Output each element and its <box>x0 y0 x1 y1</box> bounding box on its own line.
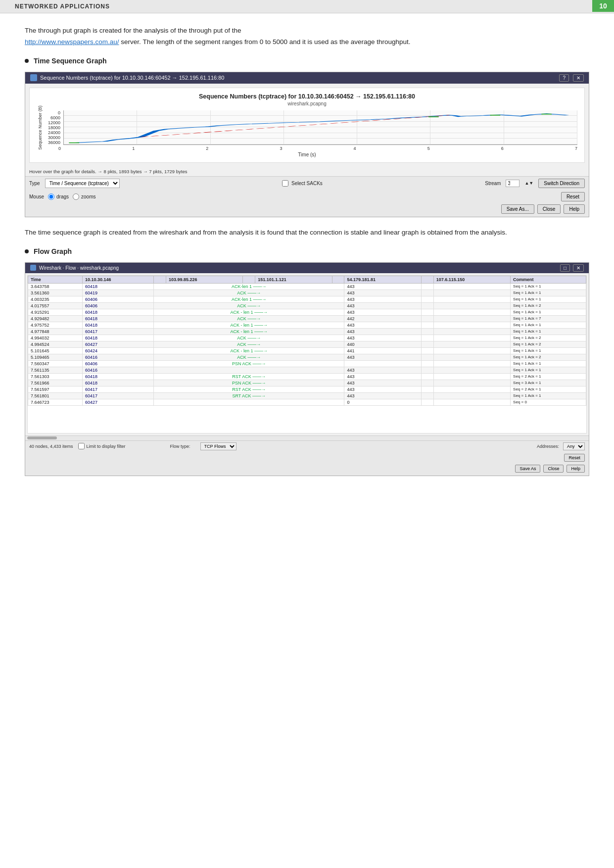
cell-src: 60427 <box>82 399 153 405</box>
cell-time: 7.561303 <box>28 373 83 380</box>
close-btn[interactable]: Close <box>537 204 561 214</box>
cell-arrow: RST ACK ——→ <box>154 386 344 392</box>
col-sep2 <box>243 276 255 283</box>
table-row: 7.561966 60418 PSN ACK ——→ 443 Seq = 3 A… <box>28 380 586 386</box>
col-host4: 54.179.181.81 <box>344 276 421 283</box>
table-row: 4.977848 60417 ACK - len 1 ——→ 443 Seq =… <box>28 328 586 335</box>
y-axis-labels: 36000 30000 24000 18000 12000 6000 0 <box>44 110 63 145</box>
cell-arrow: ACK ——→ <box>154 289 344 296</box>
addresses-label: Addresses: <box>537 444 559 449</box>
cell-dst: 443 <box>344 283 421 289</box>
cell-time: 4.929482 <box>28 315 83 322</box>
cell-comment: Seq = 3 Ack = 1 <box>511 380 586 386</box>
addresses-select[interactable]: Any <box>563 442 585 450</box>
cell-host5 <box>433 341 510 347</box>
cell-time: 4.017557 <box>28 302 83 309</box>
switch-direction-btn[interactable]: Switch Direction <box>538 179 585 188</box>
cell-host5 <box>433 373 510 380</box>
cell-comment: Seq = 1 Ack = 1 <box>511 360 586 367</box>
table-row: 7.646723 60427 0 Seq = 0 <box>28 399 586 405</box>
flow-titlebar: Wireshark · Flow · wireshark.pcapng □ ✕ <box>25 263 589 273</box>
section1-heading: Time Sequence Graph <box>25 57 589 65</box>
stream-input[interactable] <box>506 180 520 187</box>
chart-plot[interactable] <box>63 110 577 145</box>
bullet-icon-2 <box>25 249 29 253</box>
cell-arrow: ACK-len 1 ——→ <box>154 296 344 302</box>
flow-help-btn[interactable]: Help <box>567 465 585 473</box>
type-select[interactable]: Time / Sequence (tcptrace) <box>45 179 120 188</box>
ws-window-title: Sequence Numbers (tcptrace) for 10.10.30… <box>40 75 224 81</box>
table-row: 7.561801 60417 SRT ACK ——→ 443 Seq = 1 A… <box>28 392 586 399</box>
cell-arrow: ACK-len 1 ——→ <box>154 283 344 289</box>
drags-radio[interactable] <box>48 193 54 200</box>
flow-shark-icon <box>30 265 36 271</box>
table-row: 4.017557 60406 ACK ——→ 443 Seq = 1 Ack =… <box>28 302 586 309</box>
intro-link[interactable]: http://www.newspapers.com.au/ <box>25 38 119 46</box>
cell-comment: Seq = 1 Ack = 1 <box>511 347 586 354</box>
cell-time: 4.977848 <box>28 328 83 335</box>
cell-dst: 443 <box>344 367 421 373</box>
ws-close-btn[interactable]: ✕ <box>573 74 584 82</box>
col-sep3 <box>332 276 344 283</box>
cell-arrow: PSN ACK ——→ <box>154 380 344 386</box>
cell-host5 <box>433 302 510 309</box>
cell-arrow: ACK ——→ <box>154 354 344 360</box>
flow-min-btn[interactable]: □ <box>560 264 570 272</box>
cell-time: 5.109465 <box>28 354 83 360</box>
select-sacks-checkbox[interactable] <box>282 180 288 187</box>
cell-time: 7.561597 <box>28 386 83 392</box>
x-axis-labels: 01234567 <box>37 145 577 151</box>
flow-close-btn2[interactable]: Close <box>543 465 564 473</box>
cell-dst: 443 <box>344 289 421 296</box>
cell-host5 <box>433 354 510 360</box>
cell-dst: 443 <box>344 302 421 309</box>
cell-arrow: ACK ——→ <box>154 315 344 322</box>
cell-time: 4.915291 <box>28 309 83 315</box>
cell-src: 60418 <box>82 380 153 386</box>
flow-save-as-btn[interactable]: Save As <box>515 465 540 473</box>
page-header: NETWORKED APPLICATIONS <box>0 0 614 13</box>
cell-dst: 440 <box>344 341 421 347</box>
flow-table-wrapper[interactable]: Time 10.10.30.146 103.99.85.226 151.101.… <box>27 275 587 434</box>
save-as-btn[interactable]: Save As... <box>501 204 534 214</box>
page-number: 10 <box>592 0 614 12</box>
wireshark-logo-icon <box>30 74 37 81</box>
cell-spacer <box>421 315 433 322</box>
cell-spacer <box>421 380 433 386</box>
cell-comment: Seq = 0 <box>511 399 586 405</box>
cell-src: 60418 <box>82 335 153 341</box>
col-host1: 10.10.30.146 <box>82 276 153 283</box>
cell-host5 <box>433 315 510 322</box>
cell-comment: Seq = 1 Ack = 1 <box>511 392 586 399</box>
limit-filter-checkbox[interactable] <box>78 443 85 449</box>
ws-actions-row2: Mouse drags zooms Reset <box>25 190 589 204</box>
ws-titlebar: Sequence Numbers (tcptrace) for 10.10.30… <box>25 72 589 84</box>
stream-spinner[interactable]: ▲▼ <box>524 181 533 186</box>
cell-comment: Seq = 1 Ack = 1 <box>511 328 586 335</box>
flow-type-select[interactable]: TCP Flows <box>200 442 236 450</box>
ws-chart-area: Sequence Numbers (tcptrace) for 10.10.30… <box>29 88 585 163</box>
flow-reset-btn[interactable]: Reset <box>564 454 585 462</box>
flow-window-title: Wireshark · Flow · wireshark.pcapng <box>39 265 119 271</box>
table-row: 4.975752 60418 ACK - len 1 ——→ 443 Seq =… <box>28 322 586 328</box>
help-btn[interactable]: Help <box>564 204 585 214</box>
flow-scrollbar-horizontal[interactable] <box>25 435 589 440</box>
reset-btn[interactable]: Reset <box>561 192 585 201</box>
table-row: 7.561597 60417 RST ACK ——→ 443 Seq = 2 A… <box>28 386 586 392</box>
col-sep1 <box>154 276 166 283</box>
col-sep4 <box>421 276 433 283</box>
section2-heading: Flow Graph <box>25 247 589 255</box>
cell-dst: 443 <box>344 309 421 315</box>
ws-question-btn[interactable]: ? <box>559 74 569 82</box>
zooms-radio[interactable] <box>73 193 79 200</box>
cell-host5 <box>433 367 510 373</box>
cell-dst: 443 <box>344 386 421 392</box>
cell-spacer <box>421 341 433 347</box>
chart-subtitle: wireshark.pcapng <box>37 101 577 106</box>
cell-src: 60419 <box>82 289 153 296</box>
cell-arrow: ACK - len 1 ——→ <box>154 328 344 335</box>
cell-host5 <box>433 309 510 315</box>
paragraph1: The time sequence graph is created from … <box>25 227 589 239</box>
table-row: 3.643758 60418 ACK-len 1 ——→ 443 Seq = 1… <box>28 283 586 289</box>
flow-close-btn[interactable]: ✕ <box>573 264 584 272</box>
